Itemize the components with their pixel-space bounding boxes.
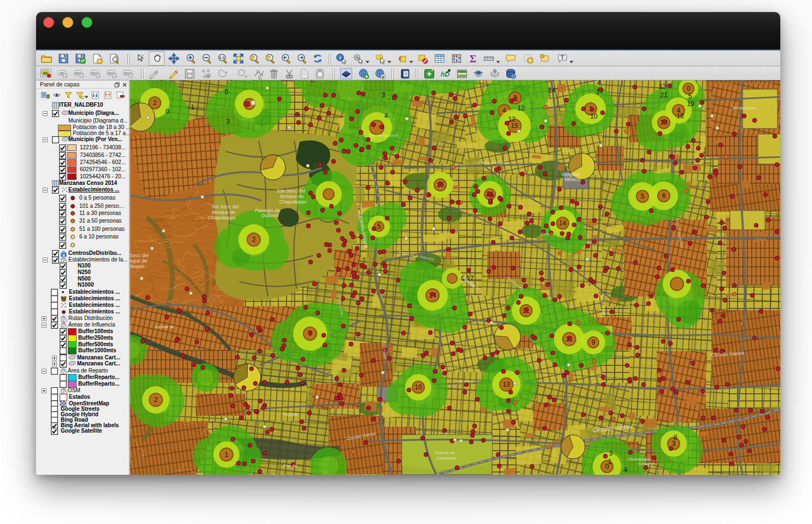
svg-text:a: a [382,75,384,79]
svg-text:ε: ε [399,54,402,62]
svg-text:T: T [560,55,564,60]
svg-text:1:1: 1:1 [219,56,225,60]
svg-text:Mariano Escobedo: Mariano Escobedo [477,161,509,165]
svg-text:?: ? [405,72,407,77]
svg-text:Viaducto: Viaducto [540,232,554,236]
svg-text:Eje 5 Sur: Eje 5 Sur [458,380,474,384]
svg-text:Σ: Σ [470,53,476,65]
svg-text:Ejercito Nacional: Ejercito Nacional [369,133,398,138]
svg-text:⊝: ⊝ [207,74,209,78]
